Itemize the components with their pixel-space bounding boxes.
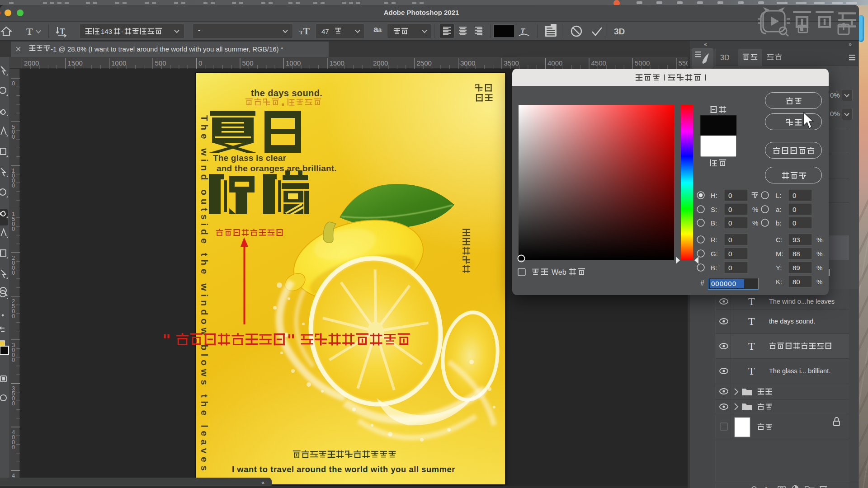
svg-text:The wind o...he leaves: The wind o...he leaves [769,298,835,305]
svg-text:0: 0 [793,219,796,227]
svg-text:0: 0 [12,182,15,189]
svg-text:88: 88 [793,250,800,258]
svg-text:%: % [816,250,822,258]
svg-text:0: 0 [728,206,732,213]
svg-text:a:: a: [776,206,782,213]
svg-text:%: % [816,278,822,286]
svg-text:500: 500 [242,59,254,67]
svg-text:-: - [121,28,123,35]
svg-text:0: 0 [12,269,15,276]
svg-text:0: 0 [728,236,732,244]
svg-text:%: % [752,206,758,213]
svg-text:2000: 2000 [373,59,388,67]
svg-text:the days sound.: the days sound. [769,318,815,325]
svg-text:and the oranges are brilliant.: and the oranges are brilliant. [217,164,337,173]
svg-text:M:: M: [776,250,783,258]
svg-text:0: 0 [728,219,732,227]
svg-text:3D: 3D [720,54,729,61]
svg-text:Y:: Y: [776,264,782,272]
svg-text:5000: 5000 [635,59,650,67]
svg-text:R:: R: [711,236,717,244]
svg-text:80: 80 [793,278,800,286]
svg-text:1500: 1500 [68,59,83,67]
svg-text:C:: C: [776,236,783,244]
svg-text:%: % [816,264,822,272]
svg-text:0: 0 [793,206,796,213]
svg-text:3500: 3500 [504,59,519,67]
svg-text:3D: 3D [614,27,625,36]
svg-text:4500: 4500 [591,59,606,67]
svg-text:the days sound.: the days sound. [251,88,322,98]
svg-text:2000: 2000 [24,59,39,67]
svg-text:T: T [26,26,33,37]
svg-text:The wind outside the window bl: The wind outside the window blows the le… [199,115,210,474]
svg-text:H:: H: [711,192,717,199]
svg-text:fx: fx [764,486,770,488]
svg-text:0: 0 [728,264,732,272]
svg-text:0: 0 [728,192,732,199]
svg-text:0: 0 [198,59,202,67]
svg-text:-1 @ 28.8% (I want to travel a: -1 @ 28.8% (I want to travel around the … [51,45,283,53]
svg-text:0: 0 [12,357,15,363]
svg-text:b:: b: [776,219,782,227]
svg-text:0: 0 [793,192,796,199]
svg-text:I want to travel around the wo: I want to travel around the world with y… [232,465,455,474]
svg-text:0: 0 [12,313,15,319]
svg-text:500: 500 [155,59,166,67]
svg-text:%: % [752,219,758,227]
svg-text:K:: K: [776,278,782,286]
svg-text:5500: 5500 [679,59,688,67]
svg-text:The glass is clear: The glass is clear [213,153,286,163]
svg-text:2500: 2500 [417,59,432,67]
svg-text:T: T [748,365,755,377]
svg-text:0: 0 [12,225,15,232]
svg-text:3000: 3000 [460,59,475,67]
svg-text:47: 47 [321,28,329,35]
svg-text:0: 0 [12,133,15,140]
svg-text:L:: L: [776,192,782,199]
svg-text:0: 0 [12,80,15,87]
svg-text:B:: B: [711,264,717,272]
svg-text:%: % [816,236,822,244]
svg-text:0: 0 [728,250,732,258]
svg-text:T: T [748,340,755,352]
svg-text:4000: 4000 [547,59,562,67]
svg-text:1500: 1500 [330,59,344,67]
svg-text:T: T [748,296,755,307]
svg-text:1000: 1000 [286,59,301,67]
svg-text:0: 0 [12,400,15,407]
svg-text:0: 0 [12,444,15,450]
svg-text:B:: B: [711,219,717,227]
svg-text:89: 89 [793,264,800,272]
svg-text:S:: S: [711,206,717,213]
svg-text:143: 143 [101,28,112,35]
svg-text:93: 93 [793,236,800,244]
svg-text:Web: Web [552,268,566,276]
svg-text:The glass i... brilliant.: The glass i... brilliant. [769,367,830,375]
svg-text:G:: G: [711,250,718,258]
svg-text:T: T [748,315,755,327]
svg-text:1000: 1000 [111,59,126,67]
